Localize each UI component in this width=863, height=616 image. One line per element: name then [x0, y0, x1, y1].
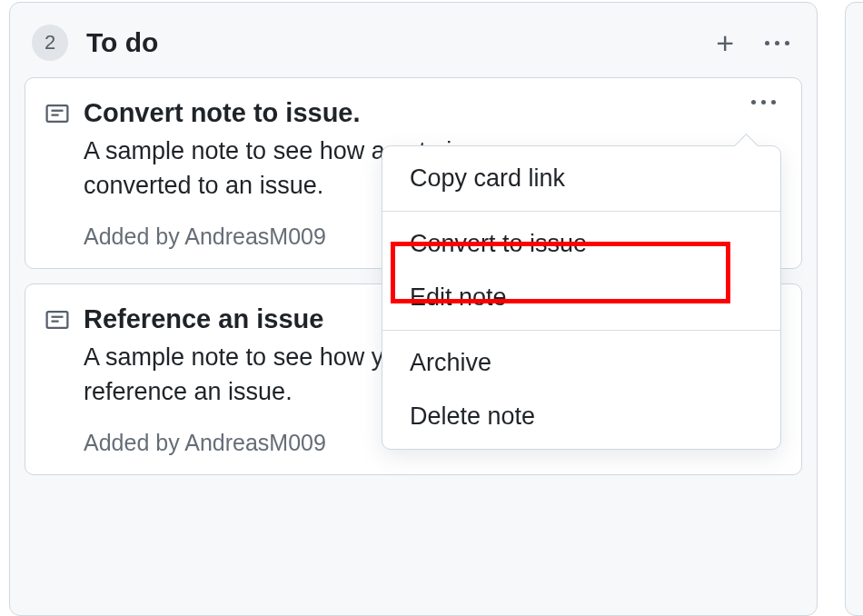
plus-icon[interactable]: + [716, 27, 734, 58]
menu-delete-note[interactable]: Delete note [382, 390, 780, 443]
card-title: Convert note to issue. [84, 96, 781, 129]
svg-rect-3 [47, 312, 68, 328]
note-icon [45, 102, 69, 125]
menu-archive[interactable]: Archive [382, 336, 780, 390]
menu-copy-card-link[interactable]: Copy card link [382, 152, 780, 205]
svg-rect-0 [47, 105, 68, 122]
column-header-actions: + [716, 27, 795, 58]
kebab-icon[interactable] [759, 35, 795, 51]
menu-edit-note[interactable]: Edit note [382, 271, 780, 324]
card-actions-dropdown: Copy card link Convert to issue Edit not… [382, 145, 781, 450]
column-header: 2 To do + [25, 17, 802, 77]
column-count-badge: 2 [32, 25, 68, 61]
note-icon [45, 308, 69, 332]
menu-convert-to-issue[interactable]: Convert to issue [382, 217, 780, 271]
card-kebab-icon[interactable] [748, 96, 779, 108]
column-title: To do [86, 27, 716, 58]
adjacent-column-edge [845, 2, 863, 616]
